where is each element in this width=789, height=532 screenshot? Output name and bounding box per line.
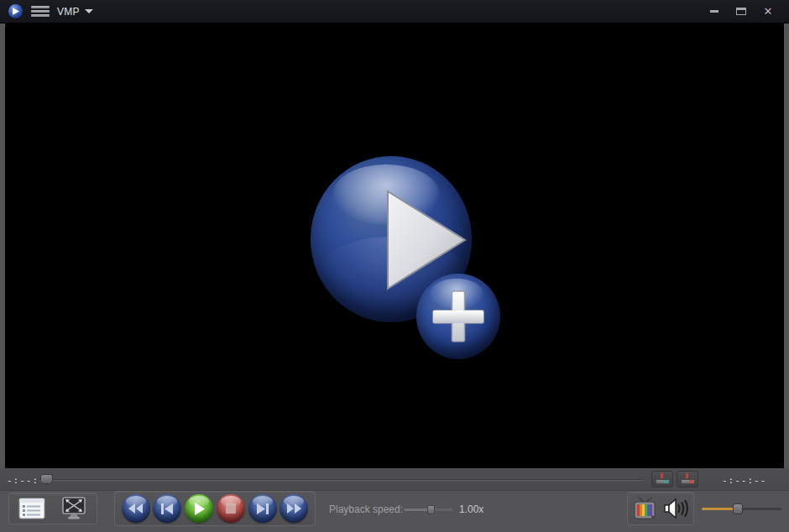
remaining-time: -:--:-- [722,475,766,486]
vmp-app-icon [8,4,23,18]
playlist-icon [18,498,45,519]
titlebar: VMP ✕ [0,0,789,23]
hamburger-menu-icon[interactable] [31,3,51,20]
loop-marker-a-icon [661,473,663,478]
playback-speed-slider[interactable] [404,509,452,511]
fullscreen-button[interactable] [55,495,92,522]
next-track-icon [257,503,269,514]
loop-marker-b-button[interactable] [677,471,698,488]
play-button[interactable] [185,494,213,523]
stop-button[interactable] [217,494,245,523]
control-bar: Playback speed: 1.00x [0,492,789,532]
next-button[interactable] [248,494,277,523]
window-title[interactable]: VMP [57,6,80,18]
volume-mute-button[interactable] [661,494,692,523]
close-icon: ✕ [764,6,773,17]
rewind-icon [128,503,143,514]
fast-forward-icon [287,503,301,514]
forward-button[interactable] [280,494,308,523]
volume-thumb[interactable] [733,503,743,514]
vmp-play-plus-logo [311,156,504,366]
maximize-button[interactable] [734,5,749,18]
stop-icon [226,503,236,514]
speaker-volume-icon [664,498,689,519]
caret-down-icon[interactable] [85,9,93,13]
seek-slider[interactable] [40,479,643,481]
tv-channels-button[interactable] [630,494,660,523]
close-button[interactable]: ✕ [760,5,776,18]
seek-row: -:--:-- -:--:-- [0,468,789,491]
play-icon [194,503,205,515]
rewind-button[interactable] [122,494,150,523]
plus-icon [416,274,500,359]
playback-speed-label: Playback speed: [329,503,403,515]
maximize-icon [736,8,746,15]
playlist-button[interactable] [13,495,50,522]
previous-button[interactable] [153,494,181,523]
seek-thumb[interactable] [40,474,53,484]
minimize-button[interactable] [707,5,722,18]
logo-add-sphere [416,274,500,359]
vmp-player-window: VMP ✕ [0,0,789,532]
tv-channels-icon [632,496,657,521]
previous-track-icon [161,503,173,514]
loop-marker-b-icon [686,473,688,478]
transport-controls-group [114,491,316,526]
volume-slider[interactable] [702,508,781,510]
loop-marker-a-button[interactable] [651,471,673,488]
playback-speed-value: 1.00x [459,503,483,515]
fullscreen-icon [60,496,87,521]
video-display-area[interactable] [5,23,784,468]
playback-speed-thumb[interactable] [427,505,435,514]
minimize-icon [710,10,718,13]
audio-buttons-group [627,492,694,525]
view-buttons-group [8,493,97,524]
